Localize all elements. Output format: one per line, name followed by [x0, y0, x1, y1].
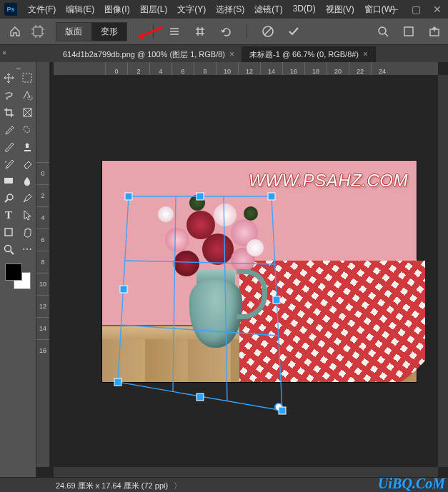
- move-tool[interactable]: [1, 71, 16, 85]
- svg-rect-6: [23, 74, 31, 82]
- status-bar: 24.69 厘米 x 17.64 厘米 (72 ppi) 〉 UiBQ.CoM: [0, 477, 448, 492]
- menu-image[interactable]: 图像(I): [99, 1, 134, 19]
- ruler-tick: 18: [304, 62, 327, 75]
- tools-panel: ┅ T ⋯: [0, 62, 36, 477]
- lasso-tool[interactable]: [1, 88, 16, 102]
- ruler-tick: 4: [36, 206, 49, 229]
- eyedropper-tool[interactable]: [1, 122, 16, 136]
- document-tab-2[interactable]: 未标题-1 @ 66.7% (0, RGB/8#) ×: [242, 46, 376, 62]
- close-button[interactable]: ✕: [427, 0, 448, 19]
- vase-object: [152, 189, 274, 353]
- vase-body: [189, 279, 242, 348]
- cancel-icon[interactable]: [260, 24, 276, 39]
- ruler-tick: 8: [36, 251, 49, 273]
- foreground-color[interactable]: [5, 263, 22, 281]
- home-icon[interactable]: [7, 24, 23, 39]
- separator: [247, 24, 247, 39]
- tools-grip-icon[interactable]: ┅: [0, 65, 36, 71]
- close-tab-icon[interactable]: ×: [229, 49, 234, 59]
- main-area: ┅ T ⋯: [0, 62, 448, 477]
- brush-tool[interactable]: [1, 139, 16, 154]
- ruler-tick: 6: [171, 62, 194, 75]
- ruler-tick: 4: [149, 62, 171, 75]
- ruler-tick: 6: [36, 229, 49, 251]
- menu-edit[interactable]: 编辑(E): [61, 1, 99, 19]
- document-tab-2-label: 未标题-1 @ 66.7% (0, RGB/8#): [249, 49, 359, 60]
- grid-3-icon[interactable]: [166, 24, 182, 39]
- hand-tool[interactable]: [19, 225, 35, 239]
- minimize-button[interactable]: ─: [384, 0, 405, 19]
- ruler-tick: 2: [127, 62, 149, 75]
- tab-panel[interactable]: 版面: [56, 22, 91, 41]
- dodge-tool[interactable]: [1, 191, 16, 205]
- svg-rect-11: [4, 178, 13, 184]
- svg-line-14: [5, 199, 8, 202]
- document-tab-1-label: 614d1b2a799db.png @ 100% (图层 1, RGB/8): [63, 49, 225, 60]
- document-tabs: 614d1b2a799db.png @ 100% (图层 1, RGB/8) ×…: [0, 45, 448, 62]
- status-arrow-icon[interactable]: 〉: [174, 481, 181, 491]
- ruler-corner: [36, 62, 50, 76]
- vase-handle: [237, 269, 267, 319]
- tab-warp[interactable]: 变形: [91, 22, 127, 41]
- svg-point-18: [275, 403, 282, 411]
- menu-3d[interactable]: 3D(D): [288, 1, 321, 19]
- watermark-text: WWW.PSAHZ.COM: [249, 171, 408, 191]
- panel-collapse-icon[interactable]: «: [0, 45, 9, 59]
- ruler-tick: 12: [36, 295, 49, 317]
- clone-tool[interactable]: [19, 139, 35, 154]
- transform-tool-icon[interactable]: [30, 24, 46, 39]
- ruler-tick: 10: [216, 62, 238, 75]
- type-tool[interactable]: T: [1, 208, 16, 222]
- zoom-tool[interactable]: [1, 242, 16, 256]
- svg-point-16: [4, 245, 11, 251]
- ruler-tick: 2: [36, 184, 49, 206]
- menu-type[interactable]: 文字(Y): [172, 1, 211, 19]
- menu-filter[interactable]: 滤镜(T): [249, 1, 287, 19]
- blur-tool[interactable]: [19, 174, 35, 188]
- options-right: [375, 24, 442, 39]
- more-tools-icon[interactable]: ⋯: [19, 242, 35, 256]
- status-info: 24.69 厘米 x 17.64 厘米 (72 ppi): [56, 481, 168, 491]
- menu-select[interactable]: 选择(S): [211, 1, 249, 19]
- history-brush-tool[interactable]: [1, 156, 16, 171]
- canvas[interactable]: WWW.PSAHZ.COM: [102, 161, 417, 382]
- commit-icon[interactable]: [286, 24, 302, 39]
- quick-select-tool[interactable]: [19, 88, 35, 102]
- color-swatches[interactable]: [5, 263, 31, 289]
- pen-tool[interactable]: [19, 191, 35, 205]
- search-icon[interactable]: [375, 24, 391, 39]
- svg-line-1: [264, 28, 272, 35]
- crop-tool[interactable]: [1, 105, 16, 119]
- view-mode-icon[interactable]: [401, 24, 417, 39]
- ruler-tick: 8: [194, 62, 216, 75]
- close-tab-icon[interactable]: ×: [363, 49, 368, 59]
- gradient-tool[interactable]: [1, 174, 16, 188]
- undo-icon[interactable]: [218, 24, 234, 39]
- maximize-button[interactable]: ▢: [405, 0, 427, 19]
- window-controls: ─ ▢ ✕: [384, 0, 448, 19]
- menu-file[interactable]: 文件(F): [23, 1, 61, 19]
- svg-rect-15: [5, 229, 12, 236]
- path-select-tool[interactable]: [19, 208, 35, 222]
- ruler-tick: 16: [282, 62, 304, 75]
- menu-layer[interactable]: 图层(L): [135, 1, 173, 19]
- eraser-tool[interactable]: [19, 156, 35, 171]
- ruler-tick: 20: [327, 62, 349, 75]
- menu-view[interactable]: 视图(V): [321, 1, 359, 19]
- scrollbar-vertical[interactable]: [438, 75, 448, 467]
- ruler-tick: 24: [371, 62, 393, 75]
- canvas-stage[interactable]: WWW.PSAHZ.COM: [54, 75, 438, 467]
- site-brand: UiBQ.CoM: [378, 476, 445, 492]
- patch-tool[interactable]: [19, 122, 35, 136]
- share-icon[interactable]: [427, 24, 442, 39]
- menu-bar: 文件(F) 编辑(E) 图像(I) 图层(L) 文字(Y) 选择(S) 滤镜(T…: [23, 1, 400, 19]
- frame-tool[interactable]: [19, 105, 35, 119]
- document-tab-1[interactable]: 614d1b2a799db.png @ 100% (图层 1, RGB/8) ×: [56, 46, 242, 62]
- ruler-tick: 16: [36, 339, 49, 361]
- svg-rect-4: [404, 27, 413, 36]
- ruler-vertical[interactable]: 0 2 4 6 8 10 12 14 16: [36, 75, 50, 467]
- marquee-tool[interactable]: [19, 71, 35, 85]
- grid-hash-icon[interactable]: [192, 24, 208, 39]
- ruler-horizontal[interactable]: 0 2 4 6 8 10 12 14 16 18 20 22 24: [54, 62, 438, 76]
- shape-tool[interactable]: [1, 225, 16, 239]
